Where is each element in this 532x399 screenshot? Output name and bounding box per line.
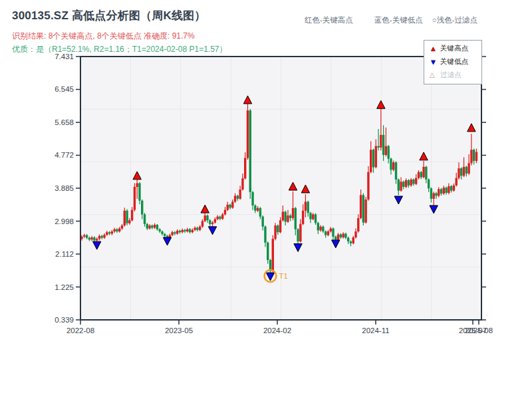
candle-body (433, 194, 435, 199)
candle-body (387, 146, 389, 159)
candle-body (398, 180, 400, 191)
candle-body (111, 231, 113, 233)
candle-body (453, 186, 455, 191)
candle-body (350, 241, 352, 243)
candle-body (377, 146, 379, 148)
candle-body (176, 231, 178, 233)
candle-body (282, 211, 284, 220)
candle-body (325, 231, 327, 235)
candle-body (344, 233, 346, 237)
candle-body (347, 238, 349, 242)
candle-body (354, 231, 356, 237)
candle-body (352, 237, 354, 243)
candle-body (390, 159, 392, 170)
legend-row: △过滤点 (430, 68, 477, 82)
candle-body (420, 172, 422, 178)
candle-body (405, 180, 407, 187)
candle-body (267, 243, 269, 260)
candle-body (332, 229, 334, 237)
candle-body (221, 214, 223, 219)
candle-body (161, 231, 163, 234)
candle-body (425, 167, 427, 180)
candle-body (216, 217, 218, 219)
candle-body (124, 211, 126, 225)
candle-body (179, 231, 181, 232)
candle-body (136, 183, 138, 187)
candle-body (93, 237, 95, 240)
candle-body (196, 227, 198, 229)
candle-body (289, 215, 291, 218)
y-axis-label: 2.112 (55, 250, 74, 258)
candle-body (422, 167, 424, 178)
candle-body (146, 224, 148, 229)
candle-body (460, 168, 462, 176)
candle-body (362, 195, 364, 222)
candle-body (108, 232, 110, 233)
candle-body (317, 223, 319, 230)
candle-body (204, 215, 206, 221)
candle-body (264, 227, 266, 243)
x-axis-label: 2025-08 (465, 327, 493, 334)
candle-body (319, 227, 321, 231)
candle-body (279, 220, 281, 232)
y-axis-label: 0.339 (55, 316, 74, 324)
candle-body (189, 229, 191, 232)
x-axis-label: 2023-05 (165, 327, 193, 334)
candle-body (126, 211, 128, 223)
legend-label: 关键高点 (440, 44, 468, 53)
candle-body (128, 220, 130, 223)
candle-body (209, 220, 211, 224)
candle-body (83, 235, 85, 237)
candle-body (249, 110, 251, 192)
candle-body (141, 201, 143, 215)
candle-body (467, 163, 469, 174)
candle-body (412, 180, 414, 184)
candle-body (134, 187, 136, 210)
candle-body (184, 230, 186, 231)
candle-body (201, 221, 203, 226)
candle-body (410, 180, 412, 186)
x-axis-label: 2024-11 (362, 327, 389, 334)
y-axis-label: 1.225 (55, 283, 74, 291)
candle-body (257, 208, 259, 211)
candle-body (247, 110, 249, 158)
candle-body (466, 167, 467, 174)
candle-body (312, 214, 314, 219)
candle-body (357, 218, 359, 231)
candle-body (375, 146, 377, 168)
candle-body (106, 232, 108, 235)
x-axis-label: 2022-08 (66, 327, 94, 334)
legend-label: 过滤点 (440, 70, 462, 80)
candle-body (299, 224, 301, 241)
candle-body (448, 186, 450, 193)
candle-body (385, 146, 387, 155)
candle-body (360, 195, 362, 218)
candle-body (103, 235, 105, 237)
candle-body (211, 223, 213, 224)
candle-body (400, 182, 402, 190)
candle-body (239, 190, 241, 199)
t1-label: T1 (279, 272, 288, 280)
page: { "header": { "title": "300135.SZ 高低点分析图… (0, 0, 532, 399)
candle-body (456, 178, 458, 186)
candle-body (219, 217, 221, 219)
candle-body (367, 172, 369, 200)
candle-body (90, 237, 92, 239)
candle-body (463, 167, 465, 176)
candle-body (229, 205, 231, 207)
candle-body (277, 225, 279, 232)
candle-body (443, 188, 445, 194)
candle-body (330, 229, 332, 231)
candle-body (186, 229, 188, 231)
candle-body (154, 225, 156, 227)
candle-body (473, 150, 475, 161)
candle-body (158, 229, 160, 231)
legend-row: ▼关键低点 (430, 55, 477, 68)
legend-row: ▲关键高点 (430, 42, 477, 55)
candle-body (475, 152, 477, 161)
candle-body (244, 158, 246, 178)
candle-body (234, 196, 236, 201)
key-high-triangle-icon: ▲ (430, 45, 440, 53)
candle-body (295, 208, 297, 229)
filtered-triangle-icon: △ (430, 72, 440, 78)
